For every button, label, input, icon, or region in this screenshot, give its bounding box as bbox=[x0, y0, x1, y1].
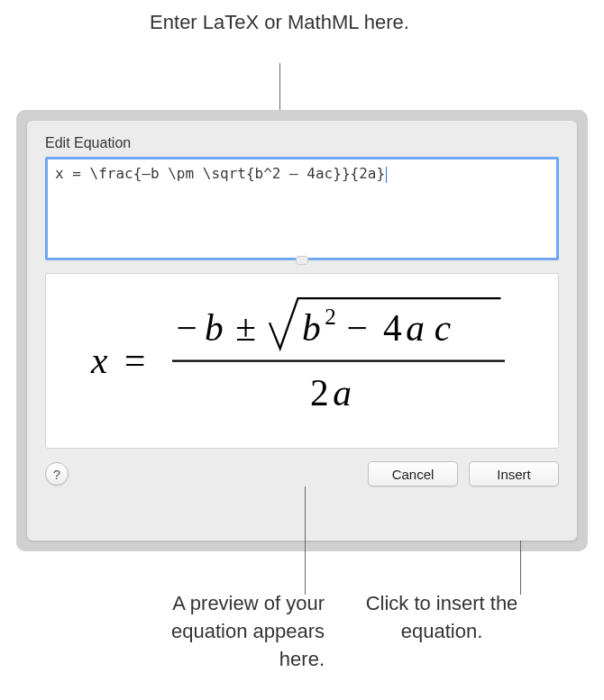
equation-input[interactable]: x = \frac{–b \pm \sqrt{b^2 – 4ac}}{2a} bbox=[45, 157, 559, 260]
equation-dialog: Edit Equation x = \frac{–b \pm \sqrt{b^2… bbox=[16, 110, 588, 551]
help-icon: ? bbox=[53, 467, 60, 482]
svg-text:2: 2 bbox=[325, 305, 336, 329]
svg-text:2: 2 bbox=[310, 372, 329, 414]
callout-line bbox=[520, 541, 521, 595]
svg-text:x: x bbox=[90, 340, 108, 381]
svg-text:±: ± bbox=[235, 307, 256, 349]
equation-input-text: x = \frac{–b \pm \sqrt{b^2 – 4ac}}{2a} bbox=[55, 165, 385, 182]
svg-text:b: b bbox=[302, 307, 321, 349]
svg-text:a: a bbox=[406, 307, 425, 349]
dialog-body: Edit Equation x = \frac{–b \pm \sqrt{b^2… bbox=[27, 121, 577, 541]
callout-line bbox=[305, 486, 306, 595]
svg-text:c: c bbox=[435, 307, 451, 349]
help-button[interactable]: ? bbox=[45, 462, 69, 486]
svg-text:4: 4 bbox=[383, 307, 402, 349]
callout-input-hint: Enter LaTeX or MathML here. bbox=[144, 9, 415, 37]
resize-handle-icon[interactable] bbox=[296, 256, 308, 265]
dialog-button-row: ? Cancel Insert bbox=[45, 461, 559, 486]
equation-preview-svg: x = − b ± b 2 − 4 a c 2 a bbox=[64, 292, 540, 430]
equation-preview: x = − b ± b 2 − 4 a c 2 a bbox=[45, 273, 559, 449]
callout-preview-hint: A preview of your equation appears here. bbox=[126, 590, 325, 673]
svg-text:a: a bbox=[333, 372, 352, 414]
dialog-title: Edit Equation bbox=[45, 135, 559, 151]
svg-text:b: b bbox=[205, 307, 224, 349]
svg-text:−: − bbox=[177, 307, 197, 349]
callout-insert-hint: Click to insert the equation. bbox=[343, 590, 541, 646]
insert-button[interactable]: Insert bbox=[469, 461, 559, 486]
svg-text:−: − bbox=[347, 307, 368, 349]
svg-text:=: = bbox=[124, 340, 145, 381]
cancel-button[interactable]: Cancel bbox=[368, 461, 458, 486]
